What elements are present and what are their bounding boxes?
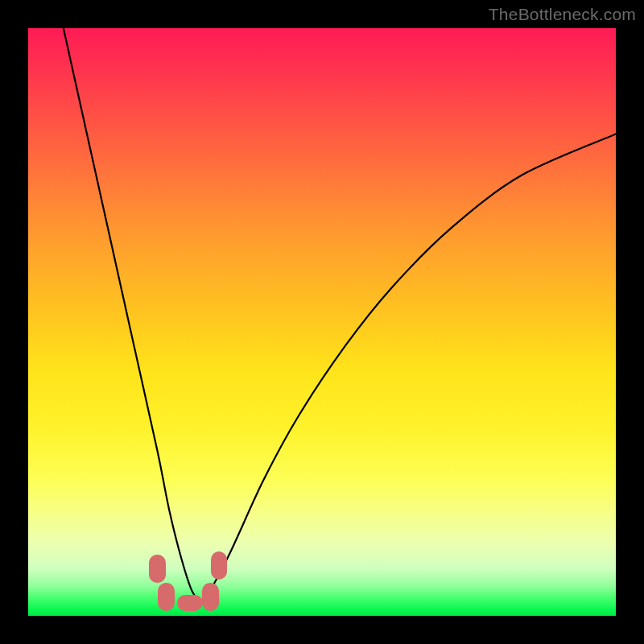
watermark-text: TheBottleneck.com xyxy=(489,5,636,24)
curve-marker xyxy=(149,555,165,583)
curve-marker xyxy=(177,595,203,611)
bottleneck-curve xyxy=(28,28,616,616)
chart-frame xyxy=(28,28,616,616)
curve-marker xyxy=(202,583,218,611)
curve-marker xyxy=(158,583,174,611)
curve-marker xyxy=(211,551,227,580)
